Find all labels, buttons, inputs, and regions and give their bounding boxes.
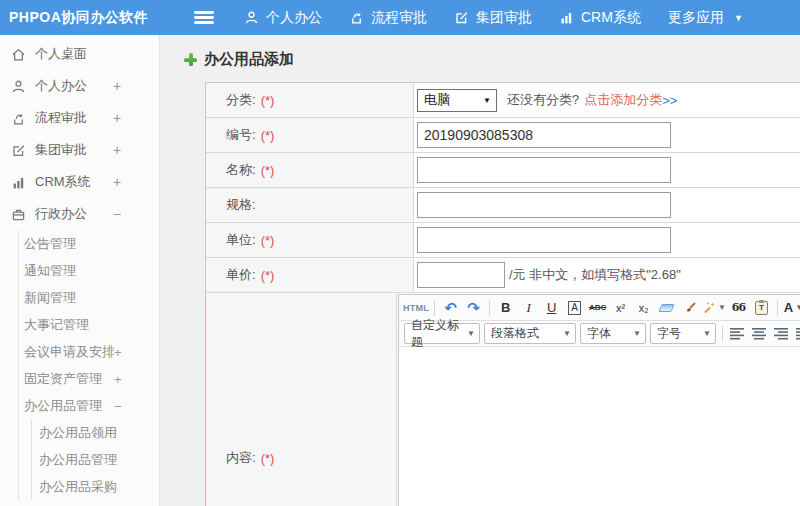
code-label: 编号:	[226, 126, 256, 144]
align-left-button[interactable]	[728, 323, 748, 344]
redo-button[interactable]: ↷	[463, 297, 484, 318]
sidebar-item-news-mgmt[interactable]: 新闻管理	[19, 284, 159, 311]
form-row-name: 名称: (*)	[206, 153, 800, 188]
editor-content-area[interactable]	[399, 347, 800, 506]
expand-toggle[interactable]: +	[113, 78, 121, 94]
align-center-button[interactable]	[750, 323, 770, 344]
clipboard-icon: T	[755, 301, 768, 315]
sidebar-item-meeting-request[interactable]: 会议申请及安排 +	[19, 338, 159, 365]
expand-toggle[interactable]: +	[113, 174, 121, 190]
nav-group-approval[interactable]: 集团审批	[454, 9, 532, 27]
align-center-icon	[752, 328, 767, 340]
form-row-code: 编号: (*)	[206, 118, 800, 153]
flow-icon	[10, 111, 26, 126]
sidebar-item-fixed-assets-mgmt[interactable]: 固定资产管理 +	[19, 365, 159, 392]
category-hint: 还没有分类?	[507, 91, 579, 109]
required-marker: (*)	[261, 451, 275, 466]
add-plus-icon	[184, 53, 197, 66]
sidebar-item-events-mgmt[interactable]: 大事记管理	[19, 311, 159, 338]
collapse-toggle[interactable]: −	[113, 206, 121, 222]
caret-down-icon: ▼	[718, 303, 726, 312]
category-select[interactable]: 电脑 ▼	[417, 89, 497, 112]
user-icon	[244, 10, 259, 25]
home-icon	[10, 47, 26, 62]
flow-icon	[349, 10, 364, 25]
required-marker: (*)	[261, 128, 275, 143]
magic-wand-icon	[702, 301, 716, 315]
sidebar-item-admin-office[interactable]: 行政办公 −	[0, 198, 159, 230]
blockquote-button[interactable]: 66	[728, 297, 749, 318]
remove-format-button[interactable]	[656, 297, 677, 318]
sidebar-item-supplies-requisition[interactable]: 办公用品领用	[32, 419, 159, 446]
brand-logo[interactable]: PHPOA协同办公软件	[0, 9, 160, 27]
sidebar-item-supplies-management[interactable]: 办公用品管理	[32, 446, 159, 473]
sidebar-item-office-supplies-mgmt[interactable]: 办公用品管理 −	[19, 392, 159, 419]
edit-icon	[454, 10, 469, 25]
name-input[interactable]	[417, 157, 671, 183]
auto-typeset-button[interactable]: ▼	[702, 297, 726, 318]
brush-icon	[683, 301, 697, 315]
paragraph-format-select[interactable]: 段落格式▼	[484, 323, 576, 344]
spec-input[interactable]	[417, 192, 671, 218]
rich-text-editor: HTML ↶ ↷ B I U A ABC x² x₂	[398, 294, 800, 506]
custom-title-select[interactable]: 自定义标题▼	[404, 323, 480, 344]
sidebar: 个人桌面 个人办公 + 流程审批 + 集团审批 +	[0, 35, 160, 506]
edit-icon	[10, 143, 26, 158]
category-label: 分类:	[226, 91, 256, 109]
required-marker: (*)	[261, 233, 275, 248]
sidebar-item-crm-system[interactable]: CRM系统 +	[0, 166, 159, 198]
expand-toggle[interactable]: +	[113, 142, 121, 158]
superscript-button[interactable]: x²	[610, 297, 631, 318]
undo-button[interactable]: ↶	[440, 297, 461, 318]
italic-button[interactable]: I	[518, 297, 539, 318]
subscript-button[interactable]: x₂	[633, 297, 654, 318]
font-color-button[interactable]: A▼	[783, 297, 800, 318]
align-left-icon	[730, 328, 745, 340]
office-supplies-submenu: 办公用品领用 办公用品管理 办公用品采购	[31, 419, 159, 500]
paste-plain-button[interactable]: T	[751, 297, 772, 318]
phpoa-app: { "topbar": { "brand": "PHPOA协同办公软件", "n…	[0, 0, 800, 506]
code-input[interactable]	[417, 122, 671, 148]
sidebar-item-personal-desktop[interactable]: 个人桌面	[0, 38, 159, 70]
format-painter-button[interactable]	[679, 297, 700, 318]
sidebar-item-notice-mgmt[interactable]: 通知管理	[19, 257, 159, 284]
expand-toggle[interactable]: +	[114, 371, 122, 386]
price-format-hint: /元 非中文，如填写格式"2.68"	[509, 266, 681, 284]
sidebar-item-supplies-purchase[interactable]: 办公用品采购	[32, 473, 159, 500]
expand-toggle[interactable]: +	[113, 110, 121, 126]
price-input[interactable]	[417, 262, 505, 288]
sidebar-item-workflow-approval[interactable]: 流程审批 +	[0, 102, 159, 134]
sidebar-item-group-approval[interactable]: 集团审批 +	[0, 134, 159, 166]
unit-input[interactable]	[417, 227, 671, 253]
source-code-button[interactable]: HTML	[403, 297, 429, 318]
nav-personal-office[interactable]: 个人办公	[244, 9, 322, 27]
nav-more-apps[interactable]: 更多应用 ▼	[668, 9, 743, 27]
underline-button[interactable]: U	[541, 297, 562, 318]
form-row-category: 分类: (*) 电脑 ▼ 还没有分类? 点击添加分类 >>	[206, 83, 800, 118]
bold-button[interactable]: B	[495, 297, 516, 318]
chart-icon	[10, 175, 26, 190]
nav-crm-system[interactable]: CRM系统	[559, 9, 641, 27]
form-row-price: 单价: (*) /元 非中文，如填写格式"2.68"	[206, 258, 800, 293]
font-border-button[interactable]: A	[564, 297, 585, 318]
add-category-link[interactable]: 点击添加分类	[584, 91, 662, 109]
strikethrough-button[interactable]: ABC	[587, 297, 608, 318]
unit-label: 单位:	[226, 231, 256, 249]
font-size-select[interactable]: 字号▼	[650, 323, 716, 344]
expand-toggle[interactable]: +	[114, 344, 122, 359]
justify-icon	[796, 328, 800, 340]
sidebar-item-announcement-mgmt[interactable]: 公告管理	[19, 230, 159, 257]
align-right-button[interactable]	[772, 323, 792, 344]
caret-down-icon: ▼	[703, 329, 711, 338]
chart-icon	[559, 10, 574, 25]
sidebar-item-personal-office[interactable]: 个人办公 +	[0, 70, 159, 102]
caret-down-icon: ▼	[467, 329, 475, 338]
nav-workflow-approval[interactable]: 流程审批	[349, 9, 427, 27]
menu-icon[interactable]	[194, 11, 214, 24]
required-marker: (*)	[261, 93, 275, 108]
caret-down-icon: ▼	[563, 329, 571, 338]
add-category-link-arrow[interactable]: >>	[662, 93, 677, 108]
collapse-toggle[interactable]: −	[114, 398, 122, 413]
font-family-select[interactable]: 字体▼	[580, 323, 646, 344]
justify-button[interactable]	[794, 323, 800, 344]
